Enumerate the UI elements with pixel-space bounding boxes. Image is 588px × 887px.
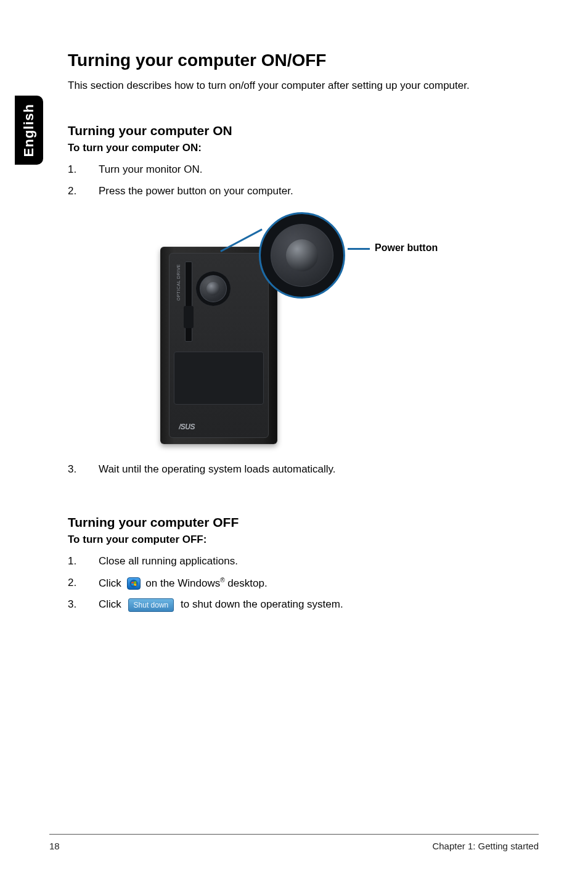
svg-text:/SUS: /SUS [179, 423, 195, 431]
asus-logo: /SUS [179, 422, 212, 432]
front-io-cover [184, 306, 194, 328]
power-button-on-tower [196, 271, 231, 306]
language-tab-label: English [21, 104, 37, 157]
step-text: Turn your monitor ON. [99, 163, 542, 177]
power-button-callout-circle [259, 212, 345, 299]
page-number: 18 [49, 841, 60, 851]
section-sub-off: To turn your computer OFF: [68, 534, 542, 546]
intro-text: This section describes how to turn on/of… [68, 79, 542, 93]
step-text: Press the power button on your computer. [99, 184, 542, 199]
lower-panel [174, 352, 264, 405]
section-sub-on: To turn your computer ON: [68, 142, 542, 154]
optical-slot [185, 262, 192, 342]
figure-power-button: OPTICAL DRIVE /SUS Power button [68, 210, 542, 450]
computer-tower-illustration: OPTICAL DRIVE /SUS [160, 247, 277, 444]
section-heading-off: Turning your computer OFF [68, 515, 542, 530]
list-item: 1. Turn your monitor ON. [68, 163, 542, 177]
step-number: 3. [68, 463, 99, 477]
step-text-pre: Click [99, 577, 125, 589]
step-text-pre: Click [99, 598, 125, 610]
step-text-post: to shut down the operating system. [181, 598, 343, 610]
steps-on-cont: 3. Wait until the operating system loads… [68, 463, 542, 477]
step-number: 1. [68, 163, 99, 177]
step-number: 3. [68, 598, 99, 612]
step-text: Click Shut down to shut down the operati… [99, 598, 542, 612]
list-item: 3. Wait until the operating system loads… [68, 463, 542, 477]
power-button-enlarged [286, 239, 318, 271]
windows-start-icon [127, 577, 141, 590]
shut-down-button-graphic: Shut down [128, 598, 174, 612]
step-text-post-a: on the Windows [145, 577, 220, 589]
step-text-post-b: desktop. [225, 577, 267, 589]
optical-drive-label: OPTICAL DRIVE [176, 264, 181, 301]
registered-mark: ® [220, 577, 224, 584]
section-heading-on: Turning your computer ON [68, 123, 542, 138]
list-item: 2. Press the power button on your comput… [68, 184, 542, 199]
step-text: Click on the Windows® desktop. [99, 576, 542, 591]
steps-off: 1. Close all running applications. 2. Cl… [68, 555, 542, 612]
list-item: 2. Click on the Windows® deskto [68, 576, 542, 591]
list-item: 1. Close all running applications. [68, 555, 542, 569]
step-number: 2. [68, 184, 99, 199]
callout-leader-line-right [348, 248, 370, 250]
step-text: Wait until the operating system loads au… [99, 463, 542, 477]
list-item: 3. Click Shut down to shut down the oper… [68, 598, 542, 612]
step-text: Close all running applications. [99, 555, 542, 569]
step-number: 2. [68, 576, 99, 590]
page-content: Turning your computer ON/OFF This sectio… [68, 51, 542, 623]
steps-on: 1. Turn your monitor ON. 2. Press the po… [68, 163, 542, 199]
page-title: Turning your computer ON/OFF [68, 51, 542, 70]
page-footer: 18 Chapter 1: Getting started [49, 834, 539, 851]
power-button-callout-label: Power button [375, 242, 438, 254]
chapter-label: Chapter 1: Getting started [432, 841, 539, 851]
step-number: 1. [68, 555, 99, 569]
language-tab: English [15, 96, 43, 165]
